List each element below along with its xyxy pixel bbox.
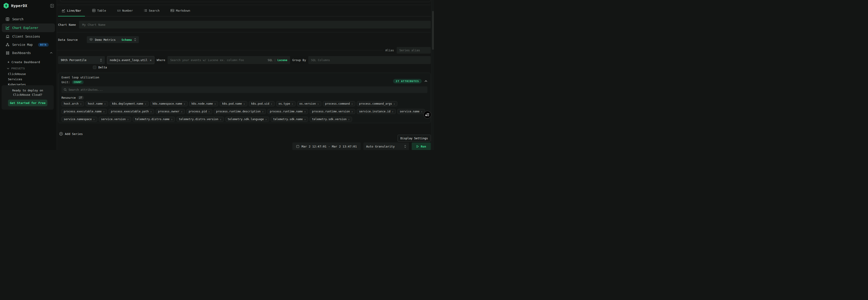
attribute-chip[interactable]: process.executable.path › bbox=[108, 109, 154, 114]
sidebar-collapse-icon[interactable] bbox=[50, 4, 54, 8]
service-graph-icon bbox=[5, 43, 9, 47]
preset-item-clickhouse[interactable]: ClickHouse bbox=[8, 71, 57, 77]
laptop-icon bbox=[5, 35, 9, 38]
attribute-chip[interactable]: telemetry.sdk.version › bbox=[310, 117, 352, 122]
schema-link[interactable]: Schema bbox=[121, 38, 132, 42]
line-chart-icon bbox=[62, 9, 65, 12]
attribute-chip[interactable]: k8s.namespace.name › bbox=[150, 101, 188, 106]
attribute-chip[interactable]: telemetry.distro.version › bbox=[177, 117, 224, 122]
delta-checkbox[interactable] bbox=[93, 66, 96, 69]
attribute-chip-label: process.command bbox=[325, 102, 350, 105]
create-dashboard-button[interactable]: + Create Dashboard bbox=[7, 60, 57, 64]
attribute-chip[interactable]: process.pid › bbox=[186, 109, 212, 114]
presets-toggle[interactable]: PRESETS bbox=[7, 67, 57, 70]
chevron-right-icon: › bbox=[393, 102, 395, 106]
attribute-chip[interactable]: process.command_args › bbox=[357, 101, 397, 106]
attribute-chip-label: os.version bbox=[300, 102, 316, 105]
attribute-chip-label: telemetry.sdk.language bbox=[228, 118, 264, 121]
attribute-chip-label: process.command_args bbox=[359, 102, 392, 105]
tab-table[interactable]: Table bbox=[89, 5, 110, 17]
collapse-chevron-up-icon[interactable] bbox=[425, 80, 427, 82]
tab-search[interactable]: Search bbox=[140, 5, 163, 17]
chevron-right-icon: › bbox=[214, 102, 216, 106]
attribute-chip[interactable]: k8s.pod.uid › bbox=[249, 101, 275, 106]
attribute-chip-label: process.runtime.version bbox=[312, 110, 350, 113]
run-controls-row: Mar 2 12:47:01 - Mar 2 13:47:01 Auto Gra… bbox=[292, 142, 431, 150]
attribute-chip[interactable]: process.command › bbox=[323, 101, 355, 106]
attribute-chip[interactable]: host.name › bbox=[86, 101, 108, 106]
sidebar-item-client-sessions[interactable]: Client Sessions bbox=[2, 33, 55, 40]
preset-item-services[interactable]: Services bbox=[8, 77, 57, 82]
time-range-picker[interactable]: Mar 2 12:47:01 - Mar 2 13:47:01 bbox=[292, 142, 361, 150]
sidebar-item-label: Chart Explorer bbox=[12, 26, 38, 30]
tab-markdown[interactable]: Markdown bbox=[167, 5, 194, 17]
tab-label: Table bbox=[97, 9, 106, 12]
attribute-chip[interactable]: host.arch › bbox=[61, 101, 84, 106]
lucene-mode-label[interactable]: Lucene bbox=[277, 59, 287, 62]
group-by-shell bbox=[308, 56, 431, 64]
attribute-chip-label: k8s.pod.uid bbox=[251, 102, 269, 105]
group-by-label: Group By bbox=[292, 58, 306, 62]
attribute-chip[interactable]: telemetry.sdk.language › bbox=[225, 117, 269, 122]
attribute-chip[interactable]: service.name › bbox=[397, 109, 425, 114]
attribute-search-input[interactable] bbox=[68, 88, 425, 91]
where-search-input[interactable] bbox=[170, 58, 266, 62]
sidebar-item-chart-explorer[interactable]: Chart Explorer bbox=[2, 24, 55, 32]
attribute-chip-label: k8s.deployment.name bbox=[112, 102, 143, 105]
attribute-chip[interactable]: k8s.pod.name › bbox=[220, 101, 247, 106]
chevron-right-icon: › bbox=[304, 118, 306, 121]
sql-mode-label[interactable]: SQL bbox=[268, 59, 273, 62]
display-settings-button[interactable]: Display Settings bbox=[398, 135, 431, 142]
number-123-icon: 123 bbox=[117, 9, 120, 12]
chevron-right-icon: › bbox=[351, 110, 353, 113]
sidebar-item-dashboards[interactable]: Dashboards bbox=[2, 49, 55, 57]
granularity-select[interactable]: Auto Granularity bbox=[364, 142, 409, 150]
chevron-right-icon: › bbox=[243, 102, 245, 106]
run-button[interactable]: Run bbox=[412, 142, 431, 150]
attribute-chip[interactable]: k8s.node.name › bbox=[189, 101, 218, 106]
attribute-chip[interactable]: telemetry.sdk.name › bbox=[271, 117, 308, 122]
attribute-chip[interactable]: process.runtime.description › bbox=[214, 109, 266, 114]
attribute-chip[interactable]: process.runtime.version › bbox=[310, 109, 355, 114]
alias-input[interactable] bbox=[397, 47, 431, 54]
sidebar-item-search[interactable]: Search bbox=[2, 15, 55, 23]
attribute-chip[interactable]: os.type › bbox=[276, 101, 295, 106]
attribute-chip[interactable]: process.owner › bbox=[156, 109, 185, 114]
chevron-right-icon: › bbox=[171, 118, 173, 121]
attribute-chip[interactable]: process.runtime.name › bbox=[268, 109, 308, 114]
page: HyperDX Search Chart Explorer bbox=[0, 0, 434, 150]
data-source-row: Data Source Demo Metrics Schema bbox=[58, 36, 431, 43]
attribute-chip-label: service.version bbox=[101, 118, 126, 121]
close-icon[interactable]: × bbox=[150, 58, 152, 62]
attribute-chip[interactable]: service.instance.id › bbox=[357, 109, 396, 114]
add-series-button[interactable]: Add Series bbox=[59, 132, 83, 136]
aggregation-value: 90th Percentile bbox=[61, 58, 87, 62]
search-icon bbox=[64, 88, 67, 91]
sidebar-item-service-map[interactable]: Service Map BETA bbox=[2, 41, 55, 49]
chart-name-input[interactable] bbox=[79, 21, 431, 28]
attribute-chip[interactable]: k8s.deployment.name › bbox=[110, 101, 149, 106]
cloud-promo-text: Ready to deploy on ClickHouse Cloud? bbox=[4, 88, 52, 97]
chevron-right-icon: › bbox=[392, 110, 394, 113]
scrollbar-thumb[interactable] bbox=[432, 11, 434, 50]
data-source-select[interactable]: Demo Metrics Schema bbox=[87, 36, 139, 43]
attribute-chip[interactable]: process.executable.name › bbox=[61, 109, 107, 114]
attribute-chip[interactable]: service.namespace › bbox=[61, 117, 97, 122]
attribute-chip-label: process.pid bbox=[189, 110, 207, 113]
tab-line-bar[interactable]: Line/Bar bbox=[58, 5, 85, 17]
feedback-widget-button[interactable] bbox=[424, 111, 431, 118]
tab-number[interactable]: 123 Number bbox=[114, 5, 136, 17]
attribute-chip[interactable]: service.version › bbox=[99, 117, 131, 122]
svg-text:123: 123 bbox=[117, 9, 120, 12]
query-language-toggle[interactable]: SQL | Lucene bbox=[268, 59, 287, 62]
attribute-chip[interactable]: os.version › bbox=[297, 101, 321, 106]
page-scrollbar[interactable] bbox=[432, 0, 434, 150]
group-by-input[interactable] bbox=[311, 58, 428, 62]
attribute-chip-label: host.arch bbox=[64, 102, 79, 105]
tab-label: Markdown bbox=[176, 9, 190, 12]
attribute-chip[interactable]: telemetry.distro.name › bbox=[133, 117, 175, 122]
aggregation-select[interactable]: 90th Percentile bbox=[58, 56, 105, 64]
attribute-chip-label: process.executable.path bbox=[111, 110, 149, 113]
get-started-button[interactable]: Get Started for Free bbox=[8, 100, 48, 106]
metric-tag[interactable]: nodejs.event_loop.util × bbox=[107, 56, 154, 64]
